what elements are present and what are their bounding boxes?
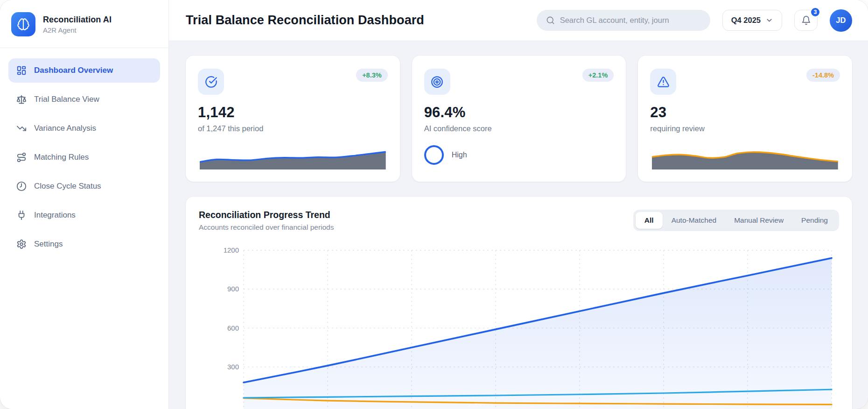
sidebar-item-close-cycle-status[interactable]: Close Cycle Status <box>8 174 160 198</box>
stat-label: requiring review <box>650 124 840 133</box>
chevron-down-icon <box>765 16 773 24</box>
brand-title: Reconciliation AI <box>43 15 112 25</box>
sidebar-item-dashboard-overview[interactable]: Dashboard Overview <box>8 58 160 83</box>
svg-text:300: 300 <box>227 363 239 371</box>
stat-value: 1,142 <box>198 104 388 121</box>
stat-value: 96.4% <box>424 104 614 121</box>
period-label: Q4 2025 <box>731 16 761 25</box>
tab-auto-matched[interactable]: Auto-Matched <box>663 212 726 229</box>
sidebar-item-label: Close Cycle Status <box>34 182 101 191</box>
sidebar: Reconciliation AI A2R Agent Dashboard Ov… <box>0 0 169 409</box>
sidebar-item-label: Integrations <box>34 211 76 220</box>
reconciled-sparkline <box>200 144 386 169</box>
gear-icon <box>16 239 27 249</box>
clock-icon <box>16 181 27 191</box>
confidence-ring <box>424 145 444 165</box>
stat-card-review: -14.8% 23 requiring review <box>637 55 853 182</box>
sidebar-nav: Dashboard Overview Trial Balance View Va… <box>0 48 168 256</box>
notification-badge: 3 <box>810 7 820 17</box>
trending-down-icon <box>16 123 27 134</box>
sidebar-item-label: Settings <box>34 240 63 249</box>
svg-text:1200: 1200 <box>224 246 239 254</box>
trend-chart-card: Reconciliation Progress Trend Accounts r… <box>185 196 853 409</box>
target-icon <box>431 76 443 88</box>
header: Trial Balance Reconciliation Dashboard Q… <box>169 0 868 41</box>
sidebar-item-trial-balance-view[interactable]: Trial Balance View <box>8 87 160 112</box>
content: +8.3% 1,142 of 1,247 this period +2.1% <box>169 41 868 409</box>
sidebar-item-label: Variance Analysis <box>34 124 96 133</box>
sidebar-item-label: Matching Rules <box>34 153 89 162</box>
review-sparkline <box>652 144 838 169</box>
notifications-button[interactable]: 3 <box>794 10 818 31</box>
sidebar-item-label: Trial Balance View <box>34 95 99 104</box>
sidebar-item-matching-rules[interactable]: Matching Rules <box>8 145 160 169</box>
layout-dashboard-icon <box>16 65 27 76</box>
stat-value: 23 <box>650 104 840 121</box>
svg-text:900: 900 <box>227 285 239 293</box>
page-title: Trial Balance Reconciliation Dashboard <box>186 13 424 28</box>
brand-subtitle: A2R Agent <box>43 26 112 34</box>
confidence-ring-label: High <box>452 151 467 159</box>
avatar[interactable]: JD <box>830 9 852 32</box>
stat-card-confidence: +2.1% 96.4% AI confidence score High <box>412 55 627 182</box>
chart-filter-tabs: All Auto-Matched Manual Review Pending <box>633 210 839 231</box>
progress-trend-chart: 1200900600300 <box>199 244 839 409</box>
tab-pending[interactable]: Pending <box>792 212 837 229</box>
sidebar-item-variance-analysis[interactable]: Variance Analysis <box>8 116 160 141</box>
brain-icon <box>17 18 30 31</box>
bell-icon <box>801 15 811 25</box>
circle-check-icon <box>205 76 217 88</box>
sidebar-item-integrations[interactable]: Integrations <box>8 203 160 227</box>
sidebar-item-settings[interactable]: Settings <box>8 232 160 256</box>
tab-all[interactable]: All <box>636 212 663 229</box>
stat-label: AI confidence score <box>424 124 614 133</box>
chart-subtitle: Accounts reconciled over financial perio… <box>199 223 334 232</box>
scale-icon <box>16 94 27 105</box>
svg-text:600: 600 <box>227 324 239 332</box>
search-box <box>537 10 710 31</box>
trend-badge: +8.3% <box>356 69 388 82</box>
app-window: Reconciliation AI A2R Agent Dashboard Ov… <box>0 0 868 409</box>
brand: Reconciliation AI A2R Agent <box>0 0 168 48</box>
main-area: Trial Balance Reconciliation Dashboard Q… <box>169 0 868 409</box>
period-select[interactable]: Q4 2025 <box>722 10 782 31</box>
brand-logo <box>11 12 35 36</box>
trend-badge: +2.1% <box>582 69 614 82</box>
route-icon <box>16 152 27 162</box>
search-input[interactable] <box>560 16 701 25</box>
search-icon <box>546 16 555 25</box>
tab-manual-review[interactable]: Manual Review <box>725 212 792 229</box>
plug-icon <box>16 210 27 220</box>
stat-card-reconciled: +8.3% 1,142 of 1,247 this period <box>185 55 400 182</box>
trend-badge: -14.8% <box>806 69 840 82</box>
sidebar-item-label: Dashboard Overview <box>34 66 113 75</box>
stat-label: of 1,247 this period <box>198 124 388 133</box>
alert-triangle-icon <box>657 76 670 88</box>
chart-title: Reconciliation Progress Trend <box>199 210 334 220</box>
